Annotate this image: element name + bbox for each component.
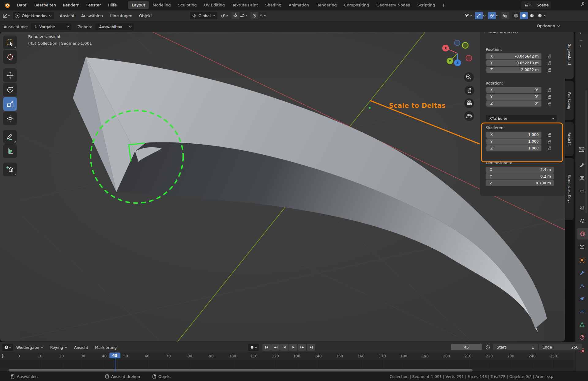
transform-field-dimensionen-y[interactable]: Y0.2 m (486, 173, 554, 179)
snap-settings-dropdown[interactable] (239, 12, 247, 19)
workspace-tab-animation[interactable]: Animation (285, 1, 313, 9)
workspace-tab-layout[interactable]: Layout (128, 1, 149, 9)
workspace-tab-sculpting[interactable]: Sculpting (175, 1, 201, 9)
workspace-tab-rendering[interactable]: Rendering (313, 1, 340, 9)
menu-hilfe[interactable]: Hilfe (104, 3, 120, 7)
menu-datei[interactable]: Datei (13, 3, 31, 7)
shading-solid-button[interactable] (520, 12, 528, 19)
menu-rendern[interactable]: Rendern (59, 3, 83, 7)
viewport-menu-auswählen[interactable]: Auswählen (78, 13, 106, 18)
options-dropdown[interactable]: Optionen (537, 24, 560, 28)
workspace-tab-texture-paint[interactable]: Texture Paint (228, 1, 262, 9)
ortho-grid-button[interactable] (464, 111, 474, 121)
properties-tab-render[interactable] (575, 172, 588, 184)
properties-tab-material[interactable] (575, 331, 588, 343)
select-box-tool-button[interactable] (3, 36, 17, 49)
frame-end-field[interactable]: Ende250 (539, 344, 582, 350)
move-tool-button[interactable] (3, 68, 17, 82)
chevron-down-icon[interactable] (496, 14, 499, 17)
rotation-mode-dropdown[interactable]: XYZ Euler (486, 115, 557, 122)
shading-wireframe-button[interactable] (512, 12, 520, 19)
measure-tool-button[interactable] (3, 144, 17, 158)
camera-view-button[interactable] (464, 98, 474, 108)
proportional-editing-toggle[interactable] (251, 12, 258, 19)
prev-keyframe-button[interactable] (271, 344, 280, 351)
unlock-icon[interactable] (546, 60, 552, 66)
rotate-tool-button[interactable] (3, 83, 17, 96)
unlock-icon[interactable] (546, 145, 552, 152)
current-frame-badge[interactable]: 45 (110, 353, 120, 358)
timeline-ruler[interactable]: 0102030405060708090100110120130140150160… (0, 352, 575, 360)
pin-icon[interactable] (580, 2, 585, 8)
timeline-editor-type-dropdown[interactable] (2, 344, 13, 351)
sidebar-tab-gegenstand[interactable]: Gegenstand (565, 30, 574, 79)
properties-tab-view-layer[interactable] (575, 202, 588, 214)
xray-toggle[interactable] (501, 12, 509, 19)
scale-tool-button[interactable] (3, 97, 17, 111)
editor-type-3d-viewport-icon[interactable] (2, 12, 10, 19)
add-cube-tool-button[interactable] (3, 163, 17, 176)
workspace-tab-geometry-nodes[interactable]: Geometry Nodes (373, 1, 414, 9)
properties-tab-output[interactable] (575, 185, 588, 197)
transform-field-dimensionen-x[interactable]: X2.4 m (486, 167, 554, 173)
chevron-down-icon[interactable] (483, 14, 486, 17)
unlock-icon[interactable] (546, 87, 552, 93)
cursor-3d-tool-button[interactable] (3, 50, 17, 64)
workspace-tab-modeling[interactable]: Modeling (149, 1, 174, 9)
workspace-tab-uv-editing[interactable]: UV Editing (200, 1, 228, 9)
expand-arrow-icon[interactable]: ❯ (1, 354, 4, 358)
mode-dropdown[interactable]: Objektmodus (13, 12, 54, 19)
viewport-menu-hinzufügen[interactable]: Hinzufügen (106, 13, 136, 18)
unlock-icon[interactable] (546, 138, 552, 145)
workspace-tab-scripting[interactable]: Scripting (414, 1, 439, 9)
collapse-chevron-icon[interactable]: ▾ (580, 44, 581, 47)
scene-name[interactable]: Scene (537, 3, 549, 7)
timeline-menu-markierung[interactable]: Markierung (95, 345, 117, 350)
auto-keying-toggle[interactable] (248, 344, 259, 351)
properties-tab-world[interactable] (577, 228, 588, 240)
properties-tab-tool[interactable] (575, 159, 588, 171)
transform-field-rotation-z[interactable]: Z0° (486, 100, 541, 107)
unlock-icon[interactable] (546, 131, 552, 138)
jump-to-end-button[interactable] (307, 344, 315, 351)
snap-toggle[interactable] (232, 12, 239, 19)
play-button[interactable] (289, 344, 297, 351)
timeline-scrollbar[interactable] (9, 369, 473, 372)
pan-hand-button[interactable] (465, 85, 474, 95)
properties-tab-collection[interactable] (575, 241, 588, 252)
unlock-icon[interactable] (546, 66, 552, 73)
orientation-dropdown[interactable]: Global (190, 12, 217, 19)
drag-value-dropdown[interactable]: Auswahlbox (95, 23, 134, 30)
workspace-tab-shading[interactable]: Shading (262, 1, 285, 9)
transform-field-rotation-y[interactable]: Y0° (486, 94, 541, 100)
shading-material-button[interactable] (528, 12, 536, 19)
menu-fenster[interactable]: Fenster (83, 3, 104, 7)
transform-field-skalieren-z[interactable]: Z1.000 (486, 145, 541, 151)
frame-start-field[interactable]: Start1 (493, 344, 538, 350)
current-frame-field[interactable]: 45 (451, 344, 482, 350)
transform-tool-button[interactable] (3, 111, 17, 125)
scene-selector[interactable]: Scene (521, 1, 551, 9)
workspace-tab-compositing[interactable]: Compositing (340, 1, 373, 9)
add-workspace-button[interactable]: + (439, 2, 449, 8)
transform-field-position-x[interactable]: X-0.045642 m (486, 53, 541, 59)
transform-field-rotation-x[interactable]: X0° (486, 87, 541, 93)
zoom-button[interactable] (464, 72, 474, 82)
properties-tab-object-data[interactable] (575, 319, 588, 330)
next-keyframe-button[interactable] (298, 344, 306, 351)
sidebar-tab-ansicht[interactable]: Ansicht (565, 122, 574, 156)
properties-tab-constraints[interactable] (575, 306, 588, 317)
properties-editor-type-icon[interactable] (578, 146, 585, 153)
show-object-types-dropdown[interactable] (464, 12, 472, 19)
timeline-menu-ansicht[interactable]: Ansicht (74, 345, 88, 350)
pivot-point-dropdown[interactable] (221, 12, 228, 19)
show-overlays-toggle[interactable] (488, 12, 496, 19)
jump-to-start-button[interactable] (262, 344, 271, 351)
unlock-icon[interactable] (546, 53, 552, 60)
viewport-menu-ansicht[interactable]: Ansicht (56, 13, 78, 18)
orientation-value-dropdown[interactable]: Vorgabe (31, 23, 71, 30)
play-reverse-button[interactable] (280, 344, 288, 351)
transform-field-position-y[interactable]: Y0.052219 m (486, 60, 541, 66)
properties-tab-modifiers[interactable] (575, 267, 588, 279)
unlock-icon[interactable] (546, 100, 552, 107)
